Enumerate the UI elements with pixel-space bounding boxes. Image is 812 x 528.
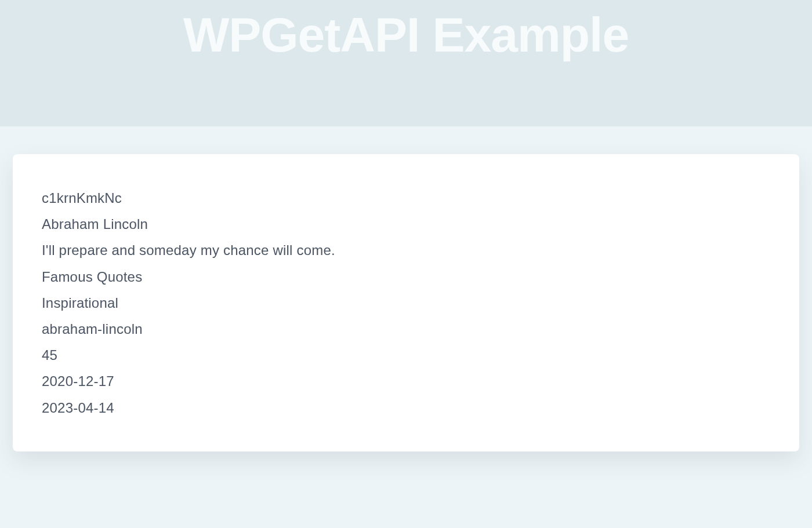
author-slug: abraham-lincoln xyxy=(42,320,770,338)
content-card: c1krnKmkNc Abraham Lincoln I'll prepare … xyxy=(13,154,799,451)
hero-banner: WPGetAPI Example xyxy=(0,0,812,126)
quote-text: I'll prepare and someday my chance will … xyxy=(42,241,770,259)
date-modified: 2023-04-14 xyxy=(42,399,770,417)
quote-author: Abraham Lincoln xyxy=(42,215,770,233)
quote-tag-2: Inspirational xyxy=(42,294,770,312)
date-added: 2020-12-17 xyxy=(42,372,770,390)
page-body: c1krnKmkNc Abraham Lincoln I'll prepare … xyxy=(0,126,812,475)
page-title: WPGetAPI Example xyxy=(183,10,629,59)
quote-length: 45 xyxy=(42,346,770,364)
quote-tag-1: Famous Quotes xyxy=(42,268,770,286)
quote-id: c1krnKmkNc xyxy=(42,189,770,207)
